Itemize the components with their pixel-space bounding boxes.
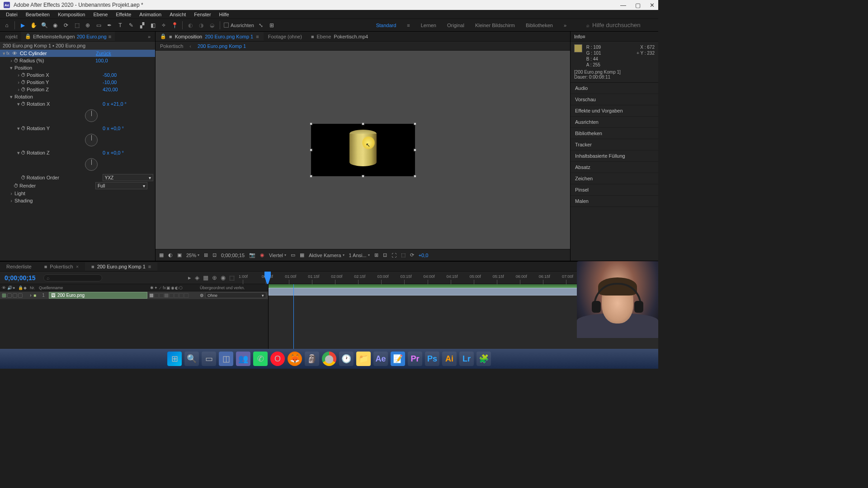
- layer-color-icon[interactable]: ■: [33, 293, 39, 298]
- lock-col-icon[interactable]: 🔒: [16, 286, 22, 290]
- panel-ausrichten[interactable]: Ausrichten: [571, 117, 658, 128]
- prop-rotation-z[interactable]: ▾⏱ Rotation Z 0 x +0,0 °: [0, 149, 155, 156]
- panel-menu-icon[interactable]: ≡: [582, 34, 585, 39]
- rotation-z-dial[interactable]: [85, 158, 98, 171]
- effect-cc-cylinder[interactable]: ▾fx👁 CC Cylinder Zurück: [0, 50, 155, 57]
- view-opt1-icon[interactable]: ⊞: [374, 252, 378, 258]
- refresh-icon[interactable]: ⟳: [410, 252, 414, 258]
- workspace-config-icon[interactable]: ≡: [407, 23, 410, 28]
- sw-5[interactable]: [169, 293, 174, 298]
- tl-tab-current[interactable]: ■200 Euro.png Komp 1≡: [85, 263, 157, 271]
- channel-icon[interactable]: ◉: [260, 252, 264, 258]
- panel-audio[interactable]: Audio: [571, 83, 658, 94]
- sw-6[interactable]: [174, 293, 179, 298]
- orbit-tool-icon[interactable]: ◉: [51, 21, 59, 29]
- tl-icon-1[interactable]: ▸: [188, 274, 191, 281]
- rotate-tool-icon[interactable]: ⟳: [62, 21, 70, 29]
- close-button[interactable]: ✕: [650, 2, 655, 9]
- menu-hilfe[interactable]: Hilfe: [216, 11, 233, 18]
- grid-icon[interactable]: ⊡: [212, 252, 217, 258]
- taskbar-widgets-icon[interactable]: ◫: [219, 352, 233, 366]
- timeline-search[interactable]: ⌕: [43, 274, 102, 282]
- stopwatch-icon[interactable]: ⏱: [21, 175, 26, 180]
- align-toggle[interactable]: Ausrichten: [224, 23, 254, 28]
- tl-icon-2[interactable]: ◈: [195, 274, 199, 281]
- layer-eye[interactable]: [2, 293, 6, 298]
- prop-radius[interactable]: ›⏱ Radius (%) 100,0: [0, 57, 155, 64]
- magnification-icon[interactable]: ▦: [159, 252, 164, 258]
- taskbar-start-icon[interactable]: ⊞: [167, 352, 182, 366]
- pickwhip-icon[interactable]: ⊚: [200, 293, 203, 298]
- effect-controls-tab[interactable]: 🔒 Effekteinstellungen 200 Euro.png ≡: [21, 32, 115, 41]
- layer-lock[interactable]: [18, 293, 23, 298]
- taskbar-whatsapp-icon[interactable]: ✆: [253, 352, 268, 366]
- selection-tool-icon[interactable]: ▶: [19, 21, 27, 29]
- workspace-overflow-icon[interactable]: »: [564, 23, 566, 28]
- stopwatch-icon[interactable]: ⏱: [14, 58, 19, 63]
- reset-link[interactable]: Zurück: [96, 51, 111, 56]
- taskbar-lightroom-icon[interactable]: Lr: [459, 352, 474, 366]
- tl-tab-pokertisch[interactable]: ■Pokertisch×: [38, 263, 85, 271]
- taskbar-photoshop-icon[interactable]: Ps: [425, 352, 439, 366]
- transparency-icon[interactable]: ▦: [300, 252, 304, 258]
- panel-bibliotheken[interactable]: Bibliotheken: [571, 128, 658, 139]
- playhead-line[interactable]: [293, 284, 294, 350]
- parent-dropdown[interactable]: Ohne▾: [205, 292, 266, 298]
- label-col-icon[interactable]: ◆: [22, 286, 28, 290]
- tl-tab-render[interactable]: Renderliste: [0, 263, 38, 271]
- taskbar-after-effects-icon[interactable]: Ae: [373, 352, 388, 366]
- taskbar-explorer-icon[interactable]: 📁: [356, 352, 371, 366]
- menu-effekte[interactable]: Effekte: [112, 11, 135, 18]
- eye-icon[interactable]: 👁: [12, 51, 17, 56]
- menu-ansicht[interactable]: Ansicht: [166, 11, 189, 18]
- roto-tool-icon[interactable]: ✧: [160, 21, 168, 29]
- menu-bearbeiten[interactable]: Bearbeiten: [22, 11, 53, 18]
- menu-fenster[interactable]: Fenster: [190, 11, 214, 18]
- taskbar-misc-icon[interactable]: 🧩: [476, 352, 491, 366]
- prop-light[interactable]: ›Light: [0, 190, 155, 197]
- viewport-timecode[interactable]: 0;00;00;15: [221, 253, 245, 258]
- mask-icon[interactable]: ▣: [177, 252, 182, 258]
- resolution-dropdown[interactable]: Viertel: [269, 253, 286, 258]
- taskbar-premiere-icon[interactable]: Pr: [408, 352, 422, 366]
- rotation-y-dial[interactable]: [85, 134, 98, 146]
- comp-path-a[interactable]: Pokertisch: [160, 43, 183, 49]
- panel-overflow-icon[interactable]: »: [145, 34, 153, 39]
- help-search[interactable]: ⌕: [586, 21, 656, 29]
- menu-animation[interactable]: Animation: [136, 11, 165, 18]
- stopwatch-icon[interactable]: ⏱: [14, 183, 19, 188]
- sw-2[interactable]: [154, 293, 159, 298]
- workspace-standard[interactable]: Standard: [376, 23, 396, 28]
- taskbar-search-icon[interactable]: 🔍: [184, 352, 199, 366]
- workspace-original[interactable]: Original: [447, 23, 464, 28]
- camera-tool-icon[interactable]: ⬚: [73, 21, 81, 29]
- panel-absatz[interactable]: Absatz: [571, 162, 658, 173]
- render-dropdown[interactable]: Full▾: [95, 182, 147, 189]
- pen-tool-icon[interactable]: ✒: [105, 21, 113, 29]
- taskbar-chrome-icon[interactable]: ⬤: [322, 352, 336, 366]
- solo-col-icon[interactable]: ●: [11, 286, 16, 290]
- taskbar-editor-icon[interactable]: 📝: [391, 352, 405, 366]
- menu-komposition[interactable]: Komposition: [54, 11, 89, 18]
- maximize-button[interactable]: ▢: [635, 2, 641, 9]
- view-opt4-icon[interactable]: ⬚: [401, 252, 406, 258]
- brush-tool-icon[interactable]: ✎: [127, 21, 135, 29]
- workspace-lernen[interactable]: Lernen: [421, 23, 436, 28]
- composition-canvas[interactable]: ↖: [311, 124, 415, 176]
- workspace-kleiner[interactable]: Kleiner Bildschirm: [475, 23, 515, 28]
- alpha-icon[interactable]: ◐: [168, 252, 173, 258]
- snapshot-icon[interactable]: 📷: [249, 252, 255, 258]
- views-dropdown[interactable]: 1 Ansi...: [349, 253, 370, 258]
- zoom-dropdown[interactable]: 25%: [186, 253, 199, 258]
- taskbar-firefox-icon[interactable]: 🦊: [288, 352, 302, 366]
- sw-fx[interactable]: [164, 293, 169, 298]
- chevron-left-icon[interactable]: ‹: [189, 43, 191, 49]
- speaker-col-icon[interactable]: 🔊: [5, 286, 11, 290]
- layer-audio[interactable]: [7, 293, 12, 298]
- clone-tool-icon[interactable]: ▞: [138, 21, 146, 29]
- panel-vorschau[interactable]: Vorschau: [571, 94, 658, 105]
- prop-rotation-order[interactable]: ⏱ Rotation Order YXZ▾: [0, 174, 155, 182]
- timeline-timecode[interactable]: 0;00;00;15: [5, 274, 45, 282]
- snapping-icon[interactable]: ⤡: [257, 21, 265, 29]
- prop-position-x[interactable]: ›⏱ Position X -50,00: [0, 71, 155, 79]
